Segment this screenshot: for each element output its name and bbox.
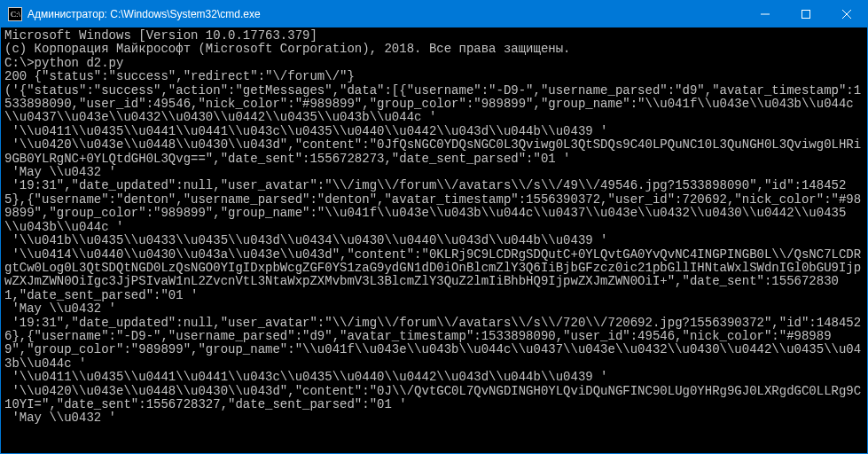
close-button[interactable] [826,1,867,27]
terminal-line: '19:31","date_updated":null,"user_avatar… [4,317,864,372]
terminal-line: '\\u0411\\u0435\\u0441\\u0441\\u043c\\u0… [4,125,864,138]
terminal-line: '19:31","date_updated":null,"user_avatar… [4,179,864,234]
minimize-button[interactable] [745,1,786,27]
terminal-line: C:\>python d2.py [4,57,864,70]
close-icon [842,10,851,19]
minimize-icon [761,10,770,19]
cmd-window: C:\ Администратор: C:\Windows\System32\c… [0,0,868,454]
terminal-line: Microsoft Windows [Version 10.0.17763.37… [4,29,864,43]
terminal-line: 200 {"status":"success","redirect":"\/fo… [4,70,864,83]
terminal-line: '\\u0414\\u0440\\u0430\\u043a\\u043e\\u0… [4,248,864,303]
terminal-line: ('{"status":"success","action":"getMessa… [4,84,864,125]
svg-text:C:\: C:\ [11,10,21,19]
svg-rect-4 [802,11,810,19]
terminal-line: 'May \\u0432 ' [4,302,864,316]
cmd-icon: C:\ [8,7,22,21]
terminal-line: (c) Корпорация Майкрософт (Microsoft Cor… [4,43,864,56]
window-controls [745,1,867,27]
terminal-line: '\\u0411\\u0435\\u0441\\u0441\\u043c\\u0… [4,371,864,384]
titlebar[interactable]: C:\ Администратор: C:\Windows\System32\c… [1,1,867,27]
terminal-line: 'May \\u0432 ' [4,411,864,425]
terminal-line: '\\u0420\\u043e\\u0448\\u0430\\u043d","c… [4,138,864,166]
window-title: Администратор: C:\Windows\System32\cmd.e… [27,8,745,20]
terminal-output[interactable]: Microsoft Windows [Version 10.0.17763.37… [1,27,867,453]
maximize-button[interactable] [786,1,826,27]
terminal-line: '\\u041b\\u0435\\u0433\\u0435\\u043d\\u0… [4,234,864,247]
maximize-icon [802,10,810,19]
terminal-line: 'May \\u0432 ' [4,166,864,179]
terminal-line: '\\u0420\\u043e\\u0448\\u0430\\u043d","c… [4,385,864,412]
